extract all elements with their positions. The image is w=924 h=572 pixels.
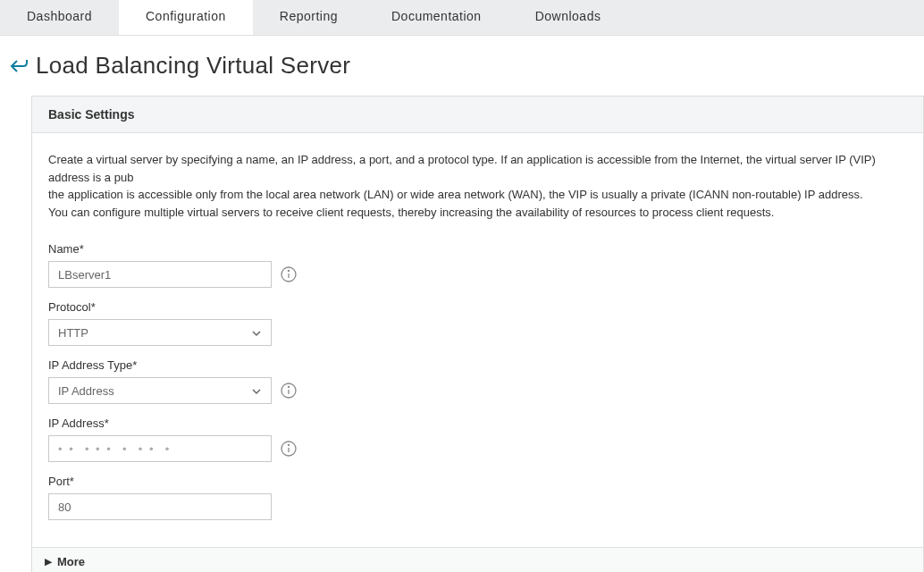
name-label: Name* <box>48 242 907 256</box>
page-title: Load Balancing Virtual Server <box>36 52 350 80</box>
basic-settings-panel: Basic Settings Create a virtual server b… <box>31 96 924 572</box>
tab-dashboard[interactable]: Dashboard <box>0 0 119 35</box>
form-group-port: Port* <box>48 475 907 520</box>
info-icon[interactable] <box>281 266 297 282</box>
ip-address-label: IP Address* <box>48 416 907 430</box>
chevron-down-icon <box>251 326 262 340</box>
name-input[interactable] <box>48 261 272 288</box>
form-group-protocol: Protocol* HTTP <box>48 300 907 346</box>
protocol-label: Protocol* <box>48 300 907 314</box>
chevron-down-icon <box>251 384 262 398</box>
ip-type-select[interactable]: IP Address <box>48 377 272 404</box>
page-header: Load Balancing Virtual Server <box>0 36 924 96</box>
form-group-ip-type: IP Address Type* IP Address <box>48 358 907 404</box>
tab-configuration[interactable]: Configuration <box>119 0 253 35</box>
info-icon[interactable] <box>281 383 297 399</box>
port-label: Port* <box>48 475 907 488</box>
description-line2: the application is accessible only from … <box>48 186 907 204</box>
description-line3: You can configure multiple virtual serve… <box>48 204 907 222</box>
ip-type-value: IP Address <box>58 384 114 398</box>
tab-downloads[interactable]: Downloads <box>508 0 628 35</box>
tab-documentation[interactable]: Documentation <box>365 0 508 35</box>
section-header: Basic Settings <box>32 97 923 133</box>
more-toggle[interactable]: ▶ More <box>32 547 923 572</box>
ip-address-input[interactable] <box>48 435 272 462</box>
tab-bar: Dashboard Configuration Reporting Docume… <box>0 0 924 36</box>
section-description: Create a virtual server by specifying a … <box>48 151 907 221</box>
back-arrow-icon[interactable] <box>9 58 29 74</box>
port-input[interactable] <box>48 493 272 520</box>
more-label: More <box>57 555 85 568</box>
section-body: Create a virtual server by specifying a … <box>32 133 923 547</box>
svg-point-5 <box>289 387 290 388</box>
svg-point-2 <box>289 271 290 272</box>
form-group-name: Name* <box>48 242 907 288</box>
ip-type-label: IP Address Type* <box>48 358 907 372</box>
svg-point-8 <box>289 445 290 446</box>
tab-reporting[interactable]: Reporting <box>253 0 365 35</box>
protocol-value: HTTP <box>58 326 88 340</box>
description-line1: Create a virtual server by specifying a … <box>48 151 907 186</box>
caret-right-icon: ▶ <box>45 556 52 568</box>
form-group-ip-address: IP Address* <box>48 416 907 462</box>
protocol-select[interactable]: HTTP <box>48 319 272 346</box>
info-icon[interactable] <box>281 441 297 457</box>
